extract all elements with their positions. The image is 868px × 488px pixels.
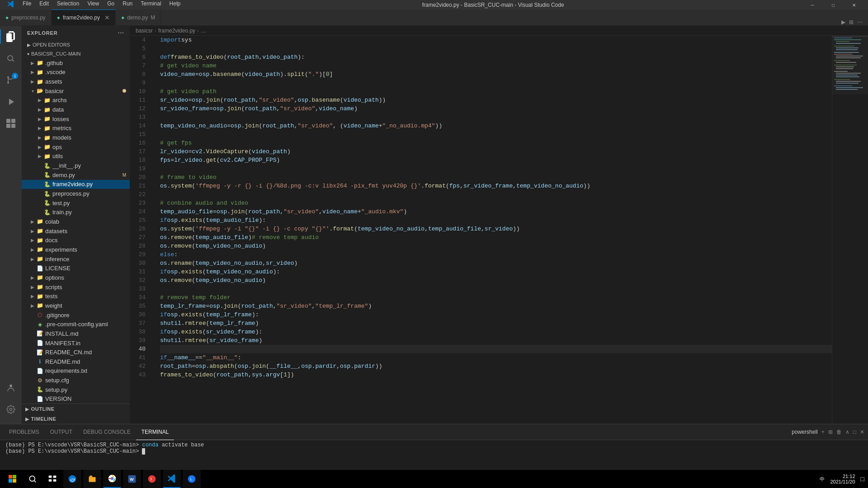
run-icon[interactable]: ▶ (841, 19, 845, 25)
ln-29: 29 (130, 250, 149, 259)
tree-utils[interactable]: ▶ 📁 utils (22, 152, 130, 161)
menu-edit[interactable]: Edit (36, 0, 52, 10)
tree-assets[interactable]: ▶ 📁 assets (22, 77, 130, 86)
timeline-section[interactable]: ▶ TIMELINE (22, 414, 130, 424)
extensions-icon[interactable] (0, 113, 22, 134)
explorer-taskbar[interactable] (83, 470, 101, 488)
tree-metrics[interactable]: ▶ 📁 metrics (22, 124, 130, 133)
tree-readme-cn[interactable]: 📝 README_CN.md (22, 347, 130, 357)
tab-problems[interactable]: PROBLEMS (4, 424, 45, 440)
tree-datasets[interactable]: ▶ 📁 datasets (22, 226, 130, 236)
maximize-button[interactable]: □ (823, 0, 844, 10)
tree-experiments[interactable]: ▶ 📁 experiments (22, 245, 130, 254)
edge-taskbar[interactable] (63, 470, 81, 488)
terminal-new-icon[interactable]: + (821, 429, 825, 435)
tree-data[interactable]: ▶ 📁 data (22, 105, 130, 114)
tree-test[interactable]: 🐍 test.py (22, 198, 130, 208)
tree-gitignore[interactable]: ⬡ .gitignore (22, 310, 130, 320)
menu-file[interactable]: File (19, 0, 35, 10)
search-icon[interactable] (0, 47, 22, 69)
tree-install[interactable]: 📝 INSTALL.md (22, 329, 130, 338)
folder-data-label: data (52, 106, 126, 113)
svg-point-0 (7, 76, 9, 78)
tree-requirements[interactable]: 📄 requirements.txt (22, 366, 130, 376)
menu-view[interactable]: View (84, 0, 103, 10)
taskview-icon[interactable] (43, 470, 61, 488)
vscode-logo-icon[interactable] (4, 0, 18, 10)
terminal-maximize-icon[interactable]: □ (853, 429, 856, 435)
terminal-kill-icon[interactable]: 🗑 (836, 429, 842, 435)
tree-colab[interactable]: ▶ 📁 colab (22, 217, 130, 226)
tree-license[interactable]: 📄 LICENSE (22, 263, 130, 273)
terminal-collapse-icon[interactable]: ∧ (845, 429, 849, 435)
tab-frame2video[interactable]: ● frame2video.py ✕ (52, 9, 116, 25)
tree-options[interactable]: ▶ 📁 options (22, 273, 130, 282)
tree-demo[interactable]: 🐍 demo.py M (22, 170, 130, 180)
tree-precommit[interactable]: ◈ .pre-commit-config.yaml (22, 319, 130, 329)
tree-inference[interactable]: ▶ 📁 inference (22, 254, 130, 264)
source-control-icon[interactable]: 1 (0, 69, 22, 91)
tree-readme[interactable]: ℹ README.md (22, 357, 130, 366)
tree-setup-cfg[interactable]: ⚙ setup.cfg (22, 375, 130, 385)
lark-taskbar[interactable]: L (183, 470, 201, 488)
menu-help[interactable]: Help (166, 0, 184, 10)
terminal-close-icon[interactable]: ✕ (860, 429, 864, 435)
tree-weight[interactable]: ▶ 📁 weight (22, 301, 130, 310)
menu-terminal[interactable]: Terminal (137, 0, 165, 10)
start-button[interactable] (4, 470, 22, 488)
tree-github[interactable]: ▶ 📁 .github (22, 58, 130, 68)
accounts-icon[interactable] (0, 377, 22, 399)
open-editors-section[interactable]: ▶ OPEN EDITORS (22, 40, 130, 49)
taskbar-notification-icon[interactable]: □ (861, 475, 864, 483)
antivirus-taskbar[interactable]: ! (143, 470, 161, 488)
code-content[interactable]: import sys def frames_to_video(root_path… (153, 36, 832, 424)
menu-selection[interactable]: Selection (53, 0, 83, 10)
tree-ops[interactable]: ▶ 📁 ops (22, 142, 130, 152)
tab-demo[interactable]: ● demo.py M (116, 9, 161, 25)
tab-preprocess[interactable]: ● preprocess.py (0, 9, 52, 25)
outline-section[interactable]: ▶ OUTLINE (22, 404, 130, 414)
tab-output[interactable]: OUTPUT (45, 424, 78, 440)
tree-scripts[interactable]: ▶ 📁 scripts (22, 282, 130, 292)
tree-train[interactable]: 🐍 train.py (22, 208, 130, 217)
new-file-icon[interactable]: ⋯ (118, 29, 124, 37)
search-taskbar-icon[interactable] (24, 470, 42, 488)
tree-archs[interactable]: ▶ 📁 archs (22, 96, 130, 105)
tree-frame2video[interactable]: 🐍 frame2video.py (22, 180, 130, 189)
menu-go[interactable]: Go (104, 0, 118, 10)
folder-icon: 📁 (36, 255, 43, 263)
explorer-icon[interactable] (0, 26, 22, 47)
more-actions-icon[interactable]: ⋯ (857, 19, 863, 25)
tree-preprocess[interactable]: 🐍 preprocess.py (22, 189, 130, 198)
tree-losses[interactable]: ▶ 📁 losses (22, 114, 130, 124)
breadcrumb-basicsr[interactable]: basicsr (136, 28, 153, 34)
tree-setup-py[interactable]: 🐍 setup.py (22, 385, 130, 394)
code-editor[interactable]: 4 5 6 7 8 9 10 11 12 13 14 15 16 17 (130, 36, 868, 424)
tree-init[interactable]: 🐍 __init__.py (22, 161, 130, 170)
close-tab-icon[interactable]: ✕ (104, 14, 110, 21)
run-debug-icon[interactable] (0, 91, 22, 113)
vscode-taskbar[interactable] (163, 470, 181, 488)
tree-docs[interactable]: ▶ 📁 docs (22, 235, 130, 245)
tab-terminal[interactable]: TERMINAL (136, 424, 175, 440)
project-section[interactable]: ▾ BASICSR_CUC-MAIN (22, 49, 130, 58)
taskbar-lang-icon[interactable]: 中 (820, 476, 825, 483)
chrome-taskbar[interactable] (103, 470, 121, 488)
close-button[interactable]: ✕ (844, 0, 864, 10)
sidebar-header[interactable]: EXPLORER ⋯ (22, 26, 130, 40)
menu-run[interactable]: Run (119, 0, 136, 10)
tree-manifest[interactable]: 📄 MANIFEST.in (22, 338, 130, 348)
breadcrumb-ellipsis[interactable]: … (201, 28, 206, 34)
tree-version[interactable]: 📄 VERSION (22, 394, 130, 404)
terminal-split-icon[interactable]: ⊞ (828, 429, 833, 435)
breadcrumb-file[interactable]: frame2video.py (158, 28, 195, 34)
minimize-button[interactable]: ─ (802, 0, 823, 10)
word-taskbar[interactable]: W (123, 470, 141, 488)
tree-models[interactable]: ▶ 📁 models (22, 133, 130, 142)
tree-vscode[interactable]: ▶ 📁 .vscode (22, 68, 130, 77)
tree-tests[interactable]: ▶ 📁 tests (22, 291, 130, 301)
tree-basicsr[interactable]: ▾ 📂 basicsr (22, 86, 130, 96)
tab-debug-console[interactable]: DEBUG CONSOLE (78, 424, 136, 440)
split-editor-icon[interactable]: ⊞ (849, 19, 854, 25)
settings-icon[interactable] (0, 399, 22, 420)
